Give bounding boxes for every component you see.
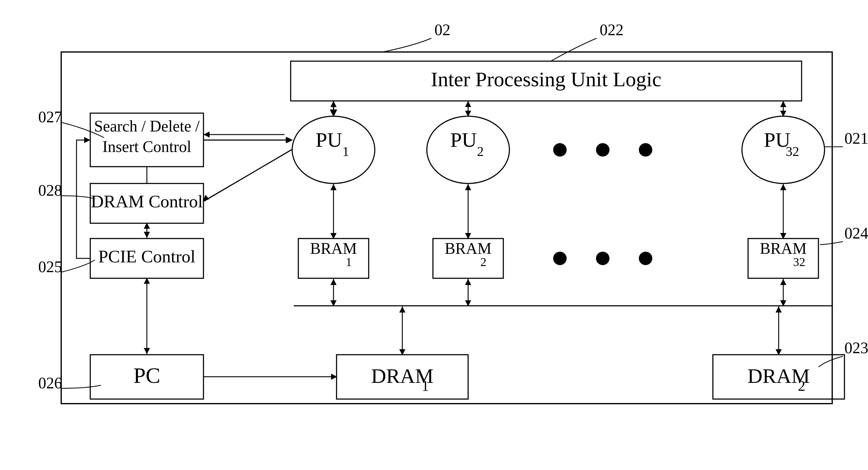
- architecture-diagram: 02 022 Inter Processing Unit Logic 021 0…: [0, 0, 868, 470]
- ref-label-02: 02: [434, 21, 451, 38]
- arrow-bus-dram1-up: [399, 306, 405, 312]
- dot1-pu: [553, 143, 567, 157]
- arrow-ipul-pu2-up: [465, 101, 471, 107]
- ref-label-022: 022: [600, 21, 624, 38]
- pc-label: PC: [133, 363, 160, 388]
- arrow-pcie-sdi: [84, 137, 90, 143]
- bram2-sub-label: 2: [480, 255, 487, 269]
- bram32-sub-label: 32: [793, 255, 805, 269]
- diagram-container: 02 022 Inter Processing Unit Logic 021 0…: [0, 0, 868, 470]
- bram2-label: BRAM: [444, 240, 491, 257]
- arrow-sdi-pu1: [287, 137, 293, 143]
- pcie-control-label: PCIE Control: [98, 246, 195, 266]
- pu1-label: PU: [316, 128, 342, 152]
- dram-control-label: DRAM Control: [91, 192, 203, 211]
- arrow-bram1-bus-up: [331, 279, 337, 285]
- ref-line-02: [382, 38, 431, 52]
- ref-label-023: 023: [844, 339, 868, 357]
- dot3-bram: [639, 252, 652, 265]
- bram1-label: BRAM: [310, 240, 357, 257]
- svg-line-23: [204, 149, 292, 201]
- outer-box-02: [61, 52, 832, 404]
- arrow-ipul-pu32-up: [780, 101, 786, 107]
- dot3-pu: [639, 143, 652, 157]
- arrow-pcie-dram-down: [144, 232, 150, 238]
- ref-label-026: 026: [38, 374, 62, 392]
- dot2-pu: [596, 143, 610, 157]
- arrow-bram32-bus-up: [780, 279, 786, 285]
- arrow-bram2-bus-up: [465, 279, 471, 285]
- ref-label-027: 027: [38, 108, 62, 126]
- ref-label-021: 021: [844, 130, 868, 147]
- ref-label-028: 028: [38, 182, 62, 199]
- search-delete-insert-label-line1: Search / Delete /: [94, 118, 200, 135]
- arrow-bus-dram2-up: [776, 306, 782, 312]
- ref-label-024: 024: [844, 225, 868, 242]
- ref-line-024: [820, 242, 843, 245]
- arrow-pu2-bram2-up: [465, 184, 471, 190]
- pu1-sub-label: 1: [342, 144, 349, 159]
- ref-line-023: [818, 356, 843, 367]
- arrow-pu32-bram32-up: [780, 184, 786, 190]
- arrow-pu1-bram1-up: [331, 184, 337, 190]
- dot2-bram: [596, 252, 610, 265]
- search-delete-insert-label-line2: Insert Control: [102, 138, 191, 155]
- ref-line-022: [551, 38, 597, 61]
- dot1-bram: [553, 252, 567, 265]
- arrow-pu1-sdi: [204, 132, 210, 138]
- bram32-label: BRAM: [760, 240, 806, 257]
- bram1-sub-label: 1: [346, 255, 352, 269]
- arrow-pc-pcie-down: [144, 348, 150, 354]
- svg-marker-4: [331, 101, 337, 107]
- dram2-sub-label: 2: [798, 378, 805, 394]
- pu32-sub-label: 32: [786, 144, 799, 159]
- inter-processing-unit-logic-label: Inter Processing Unit Logic: [431, 68, 661, 91]
- dram1-sub-label: 1: [422, 378, 429, 394]
- pu2-label: PU: [451, 128, 477, 152]
- ref-line-026: [61, 385, 101, 388]
- pu2-sub-label: 2: [477, 144, 484, 159]
- ref-label-025: 025: [38, 258, 62, 275]
